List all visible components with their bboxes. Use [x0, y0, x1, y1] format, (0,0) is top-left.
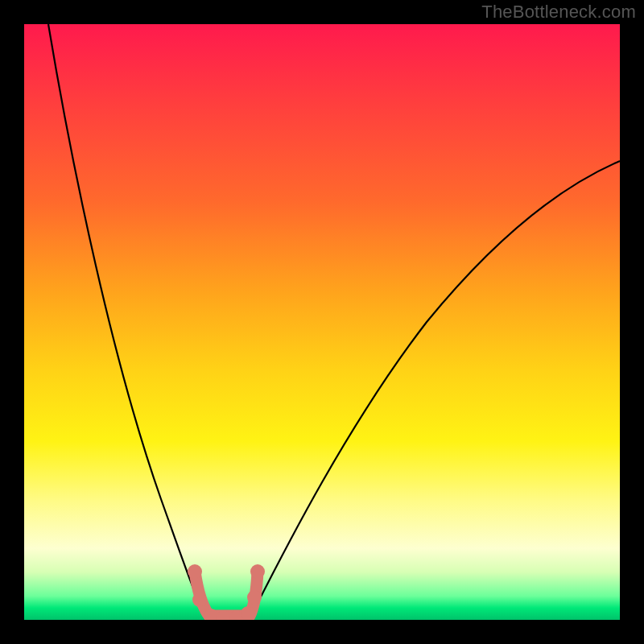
plot-area: [24, 24, 620, 620]
chart-frame: TheBottleneck.com: [0, 0, 644, 644]
marker: [192, 592, 207, 607]
left-branch-curve: [48, 24, 205, 616]
marker: [250, 564, 265, 579]
curve-layer: [24, 24, 620, 620]
watermark-text: TheBottleneck.com: [481, 2, 636, 23]
right-branch-curve: [251, 161, 620, 616]
marker: [188, 564, 202, 579]
marker: [247, 590, 262, 605]
